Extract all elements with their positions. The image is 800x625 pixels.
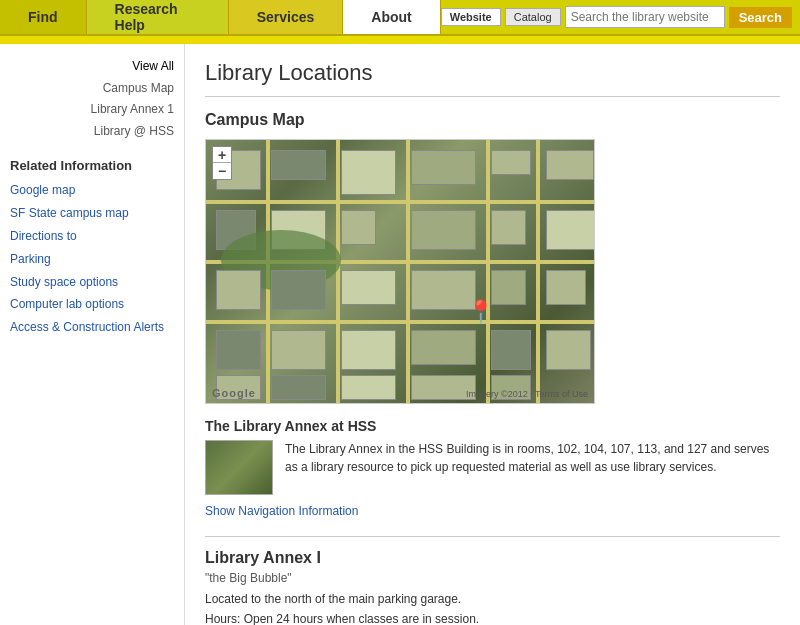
section-divider [205,536,780,537]
search-button[interactable]: Search [729,7,792,28]
content-area: Library Locations Campus Map [185,44,800,625]
campus-map-title: Campus Map [205,111,780,129]
main-layout: View All Campus Map Library Annex 1 Libr… [0,44,800,625]
nav-tab-services[interactable]: Services [229,0,344,34]
annex-hours: Hours: Open 24 hours when classes are in… [205,612,479,625]
catalog-toggle[interactable]: Catalog [505,8,561,26]
sidebar-link-parking[interactable]: Parking [10,248,174,271]
library-annex-i-title: Library Annex I [205,549,780,567]
nav-tab-find[interactable]: Find [0,0,87,34]
annex-i-info: Located to the north of the main parking… [205,589,780,625]
sidebar-link-library-annex1[interactable]: Library Annex 1 [10,99,174,121]
sidebar-link-library-hss[interactable]: Library @ HSS [10,121,174,143]
title-divider [205,96,780,97]
map-aerial-image: + − 📍 Google Imagery ©2012 · Terms of Us… [206,140,594,403]
accent-bar [0,36,800,44]
page-title: Library Locations [205,60,780,86]
top-navigation: Find Research Help Services About Websit… [0,0,800,36]
show-navigation-link[interactable]: Show Navigation Information [205,504,358,518]
related-info-title: Related Information [10,158,174,173]
annex-hss-title: The Library Annex at HSS [205,418,780,434]
nav-tab-research[interactable]: Research Help [87,0,229,34]
search-input[interactable] [565,6,725,28]
sidebar-link-sf-state-campus-map[interactable]: SF State campus map [10,202,174,225]
sidebar-related-links: Google map SF State campus map Direction… [10,179,174,339]
map-location-pin: 📍 [467,301,494,323]
bubble-text: "the Big Bubble" [205,571,780,585]
nav-tab-about[interactable]: About [343,0,440,34]
map-copyright: Imagery ©2012 · Terms of Use [466,389,588,399]
campus-map[interactable]: + − 📍 Google Imagery ©2012 · Terms of Us… [205,139,595,404]
sidebar: View All Campus Map Library Annex 1 Libr… [0,44,185,625]
sidebar-link-access-alerts[interactable]: Access & Construction Alerts [10,316,174,339]
sidebar-link-directions[interactable]: Directions to [10,225,174,248]
sidebar-link-study-space[interactable]: Study space options [10,271,174,294]
sidebar-link-computer-lab[interactable]: Computer lab options [10,293,174,316]
sidebar-link-google-map[interactable]: Google map [10,179,174,202]
search-area: Website Catalog Search [441,0,800,34]
annex-location: Located to the north of the main parking… [205,592,461,606]
sidebar-link-campus-map[interactable]: Campus Map [10,78,174,100]
map-zoom-in[interactable]: + [213,147,231,163]
website-toggle[interactable]: Website [441,8,501,26]
annex-hss-description: The Library Annex in the HSS Building is… [285,440,780,495]
map-buildings [206,140,594,403]
annex-thumbnail [205,440,273,495]
google-map-logo: Google [212,387,256,399]
map-zoom-out[interactable]: − [213,163,231,179]
sidebar-link-view-all[interactable]: View All [10,56,174,78]
map-zoom-controls[interactable]: + − [212,146,232,180]
sidebar-nav: View All Campus Map Library Annex 1 Libr… [10,56,174,142]
annex-hss-section: The Library Annex in the HSS Building is… [205,440,780,495]
